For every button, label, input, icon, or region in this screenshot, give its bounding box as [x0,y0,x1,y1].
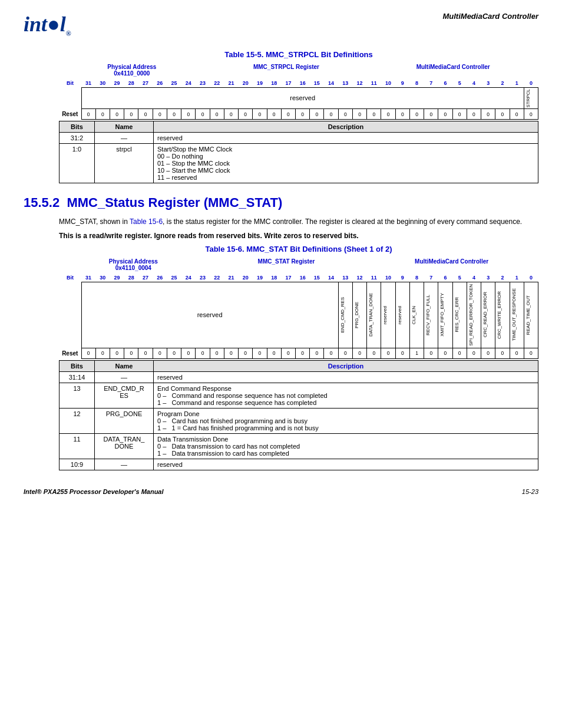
section-15-5-2: 15.5.2 MMC_Status Register (MMC_STAT) MM… [24,195,538,240]
bit-1-label: TIME_OUT_RESPONSE [511,287,517,342]
bit-0: READ_TIME_OUT [524,282,538,348]
table-15-5-title: Table 15-5. MMC_STRPCL Bit Definitions [59,50,538,59]
table1-row-reserved: 31:2 — reserved [59,133,538,144]
bit-7: RECV_FIFO_FULL [424,282,438,348]
table2-signal-row: reserved END_CMD_RES PRG_DONE DATA_TRAN_… [59,282,538,348]
bit-13: END_CMD_RES [338,282,352,348]
table1-name-dash: — [95,133,154,144]
table2-row-11: 11 DATA_TRAN_DONE Data Transmission Done… [59,433,538,459]
table1-ctrl-label: MultiMediaCard Controller [416,64,490,77]
table1-bit-register: Bit 31 30 29 28 27 26 25 24 23 22 21 20 … [59,79,538,120]
table2-reset-label: Reset [59,348,81,358]
table2-phys-addr: Physical Address 0x4110_0004 [109,258,158,271]
bit-9-label: reserved [396,305,403,325]
table2-row-13: 13 END_CMD_RES End Command Response 0 – … [59,383,538,408]
table1-bits-312: 31:2 [59,133,95,144]
bit-10-label: reserved [382,305,388,325]
table2-row-12: 12 PRG_DONE Program Done 0 – Card has no… [59,408,538,433]
bit-9: reserved [395,282,409,348]
table1-content-row: reserved STRPCL [59,87,538,109]
table1-strpcl: STRPCL [524,87,538,109]
bit-11-label: DATA_TRAN_DONE [368,292,374,338]
bit-4: SPI_READ_ERROR_TOKEN [467,282,481,348]
table2-reset-row: Reset 0 0 0 0 0 0 0 0 0 0 0 0 0 0 0 0 0 … [59,348,538,358]
table2-col-desc: Description [154,360,538,371]
bit-6: XMIT_FIFO_EMPTY [438,282,452,348]
table2-col-name: Name [95,360,154,371]
table2-desc-header: Bits Name Description [59,360,538,371]
bit-5: RES_CRC_ERR [452,282,467,348]
table1-phys-addr: Physical Address 0x4110_0000 [107,64,156,77]
bit-6-label: XMIT_FIFO_EMPTY [439,292,445,338]
intel-logo: int●l® [24,12,71,38]
table-ref: Table 15-6 [130,218,163,226]
section-bold: This is a read/write register. Ignore re… [59,232,538,240]
bit-12-label: PRG_DONE [353,301,360,330]
bit-7-label: RECV_FIFO_FULL [425,294,431,337]
table2-bit-register: Bit 31 30 29 28 27 26 25 24 23 22 21 20 … [59,274,538,358]
table1-desc: Bits Name Description 31:2 — reserved 1:… [59,121,538,183]
bit-5-label: RES_CRC_ERR [454,296,460,334]
table2-bit-label: Bit [59,274,81,282]
table1-bit-label-row: Bit 31 30 29 28 27 26 25 24 23 22 21 20 … [59,79,538,87]
table1-row-strpcl: 1:0 strpcl Start/Stop the MMC Clock 00 –… [59,144,538,183]
bit-2: CRC_WRITE_ERROR [495,282,510,348]
table1-reset-row: Reset 0 0 0 0 0 0 0 0 0 0 0 0 0 0 0 0 0 … [59,109,538,120]
table2-row-31-14: 31:14 — reserved [59,371,538,383]
page-footer: Intel® PXA255 Processor Developer's Manu… [24,488,538,495]
table-15-5-container: Table 15-5. MMC_STRPCL Bit Definitions P… [24,50,538,183]
table2-col-bits: Bits [59,360,95,371]
bit-1: TIME_OUT_RESPONSE [510,282,524,348]
table1-desc-header: Bits Name Description [59,121,538,133]
header-title: MultiMediaCard Controller [442,12,538,21]
bit-0-label: READ_TIME_OUT [525,294,531,336]
table1-desc-strpcl: Start/Stop the MMC Clock 00 – Do nothing… [154,144,538,183]
table2-desc: Bits Name Description 31:14 — reserved 1… [59,360,538,470]
table1-col-bits: Bits [59,121,95,133]
bit-12: PRG_DONE [352,282,366,348]
bit-8: CLK_EN [409,282,424,348]
table2-reg-header: Physical Address 0x4110_0004 MMC_STAT Re… [59,258,538,271]
bit-8-label: CLK_EN [411,305,417,325]
bit-10: reserved [381,282,395,348]
table1-reset-label: Reset [59,109,81,120]
bit-13-label: END_CMD_RES [339,296,346,334]
table2-ctrl-label: MultiMediaCard Controller [415,258,488,271]
table1-col-desc: Description [154,121,538,133]
table1-reg-header: Physical Address 0x4110_0000 MMC_STRPCL … [59,64,538,77]
table1-col-name: Name [95,121,154,133]
table2-bit-label-row: Bit 31 30 29 28 27 26 25 24 23 22 21 20 … [59,274,538,282]
table1-bit-label: Bit [59,79,81,87]
bit-3-label: CRC_READ_ERROR [482,291,488,338]
table1-name-strpcl: strpcl [95,144,154,183]
table2-reserved: reserved [81,282,338,348]
table1-reserved: reserved [81,87,524,109]
table2-reg-label: MMC_STAT Register [258,258,315,271]
strpcl-text: STRPCL [525,89,531,108]
section-heading: 15.5.2 MMC_Status Register (MMC_STAT) [24,195,538,210]
bit-3: CRC_READ_ERROR [481,282,495,348]
table1-bits-10: 1:0 [59,144,95,183]
footer-right: 15-23 [522,488,538,495]
table-15-6-title: Table 15-6. MMC_STAT Bit Definitions (Sh… [59,245,538,253]
bit-2-label: CRC_WRITE_ERROR [496,290,503,340]
table2-row-10-9: 10:9 — reserved [59,459,538,470]
footer-left: Intel® PXA255 Processor Developer's Manu… [24,488,164,495]
bit-11: DATA_TRAN_DONE [367,282,381,348]
bit-4-label: SPI_READ_ERROR_TOKEN [468,283,474,347]
table-15-6-container: Table 15-6. MMC_STAT Bit Definitions (Sh… [24,245,538,470]
page-header: int●l® MultiMediaCard Controller [24,12,538,38]
section-body: MMC_STAT, shown in Table 15-6, is the st… [59,216,538,227]
table1-reg-label: MMC_STRPCL Register [253,64,319,77]
table1-desc-reserved: reserved [154,133,538,144]
